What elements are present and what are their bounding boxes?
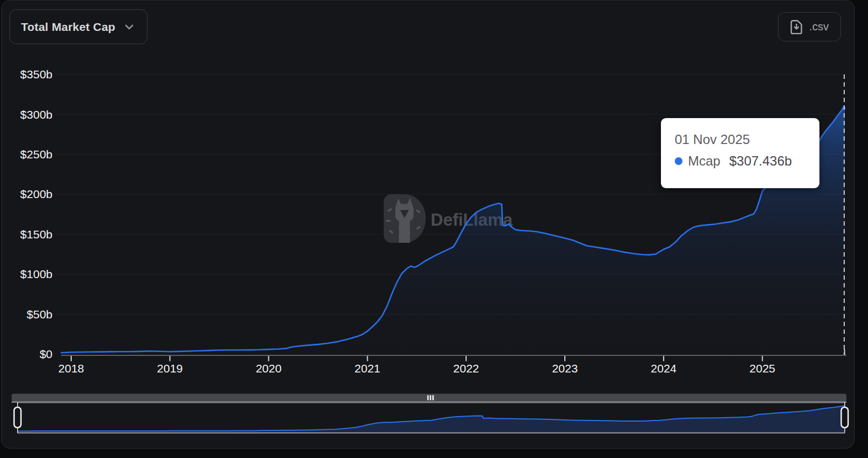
y-tick-label: $300b [20,108,52,121]
chart-card: DefiLlama $0$50b$100b$150b$200b$250b$300… [1,0,855,449]
y-tick-label: $100b [20,268,52,280]
x-tick-label: 2019 [157,362,183,375]
tooltip-series-value: $307.436b [729,153,792,169]
download-file-icon [790,20,803,34]
x-tick-label: 2018 [59,362,84,375]
mcap-series-dot [675,157,682,165]
x-tick-label: 2023 [552,362,578,375]
y-tick-label: $50b [27,308,52,321]
csv-button-label: .csv [809,20,829,33]
brush-area-fill [18,406,845,433]
scrollbar-grip[interactable] [427,395,434,401]
x-tick-label: 2020 [256,362,282,375]
tooltip-series-label: Mcap [688,153,721,169]
metric-dropdown-label: Total Market Cap [21,20,115,34]
y-tick-label: $150b [20,228,52,241]
page: DefiLlama $0$50b$100b$150b$200b$250b$300… [0,0,868,458]
tooltip-series-row: Mcap $307.436b [675,153,819,169]
x-tick-label: 2022 [453,362,479,375]
y-tick-label: $250b [20,148,52,161]
brush-handle-left[interactable] [14,402,22,433]
y-tick-label: $200b [20,188,52,200]
metric-dropdown[interactable]: Total Market Cap [9,9,147,44]
brush-panel [12,394,848,433]
market-cap-chart-canvas[interactable]: DefiLlama $0$50b$100b$150b$200b$250b$300… [2,1,868,458]
csv-download-button[interactable]: .csv [778,12,841,41]
y-axis-labels: $0$50b$100b$150b$200b$250b$300b$350b [20,68,52,360]
x-tick-label: 2024 [651,362,677,375]
x-axis-labels: 20182019202020212022202320242025 [59,362,776,375]
brush-scrollbar[interactable] [12,394,846,402]
chevron-down-icon [125,24,134,30]
tooltip-date: 01 Nov 2025 [675,132,819,147]
y-tick-label: $0 [40,348,52,360]
x-tick-label: 2021 [354,362,380,375]
x-tick-label: 2025 [749,362,775,375]
y-tick-label: $350b [20,68,52,81]
chart-tooltip: 01 Nov 2025 Mcap $307.436b [661,118,819,188]
